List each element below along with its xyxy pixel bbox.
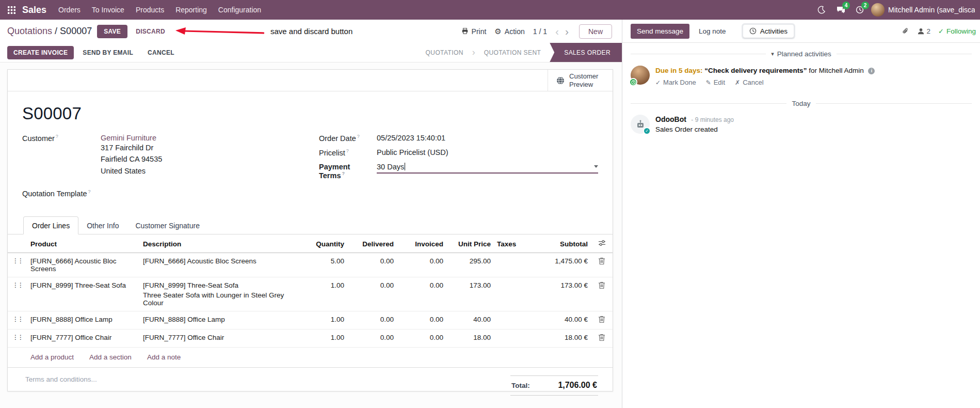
cell-taxes[interactable] <box>494 311 533 329</box>
messages-icon[interactable]: 4 <box>833 2 848 18</box>
payment-terms-input[interactable]: 30 Days <box>377 163 598 174</box>
header-delivered[interactable]: Delivered <box>347 234 397 253</box>
terms-and-conditions-input[interactable]: Terms and conditions... <box>22 375 97 383</box>
cell-unit-price[interactable]: 173.00 <box>446 277 494 311</box>
status-sales-order-active[interactable]: SALES ORDER <box>550 43 622 62</box>
cell-taxes[interactable] <box>494 253 533 277</box>
activities-tab[interactable]: Activities <box>743 25 794 38</box>
drag-handle-icon[interactable]: ⋮⋮ <box>8 329 27 348</box>
cell-product[interactable]: [FURN_6666] Acoustic Bloc Screens <box>27 253 140 277</box>
order-date-value[interactable]: 05/25/2023 15:40:01 <box>377 134 598 142</box>
discard-button[interactable]: DISCARD <box>133 25 168 38</box>
pager-next-icon[interactable]: › <box>563 26 571 37</box>
delete-line-icon[interactable] <box>591 253 613 277</box>
header-description[interactable]: Description <box>140 234 300 253</box>
drag-handle-icon[interactable]: ⋮⋮ <box>8 311 27 329</box>
menu-configuration[interactable]: Configuration <box>213 0 267 20</box>
menu-to-invoice[interactable]: To Invoice <box>86 0 130 20</box>
log-note-button[interactable]: Log note <box>694 24 731 39</box>
create-invoice-button[interactable]: CREATE INVOICE <box>7 46 74 59</box>
cell-invoiced[interactable]: 0.00 <box>397 277 446 311</box>
activities-clock-icon[interactable]: 2 <box>852 2 867 18</box>
order-line-row[interactable]: ⋮⋮ [FURN_8888] Office Lamp [FURN_8888] O… <box>8 311 613 329</box>
dark-mode-moon-icon[interactable] <box>814 2 829 18</box>
cell-quantity[interactable]: 1.00 <box>300 329 347 348</box>
cell-unit-price[interactable]: 295.00 <box>446 253 494 277</box>
header-product[interactable]: Product <box>27 234 140 253</box>
order-line-row[interactable]: ⋮⋮ [FURN_6666] Acoustic Bloc Screens [FU… <box>8 253 613 277</box>
cell-delivered[interactable]: 0.00 <box>347 329 397 348</box>
print-button[interactable]: Print <box>461 27 487 36</box>
drag-handle-icon[interactable]: ⋮⋮ <box>8 253 27 277</box>
cell-delivered[interactable]: 0.00 <box>347 253 397 277</box>
tab-other-info[interactable]: Other Info <box>78 216 127 234</box>
cell-description[interactable]: [FURN_7777] Office Chair <box>140 329 300 348</box>
pager-previous-icon[interactable]: ‹ <box>553 26 561 37</box>
edit-activity-button[interactable]: ✎ Edit <box>706 79 725 86</box>
status-quotation-sent[interactable]: QUOTATION SENT <box>475 43 550 62</box>
breadcrumb-quotations[interactable]: Quotations <box>7 26 52 36</box>
header-subtotal[interactable]: Subtotal <box>533 234 591 253</box>
cell-product[interactable]: [FURN_8888] Office Lamp <box>27 311 140 329</box>
message-author[interactable]: OdooBot <box>655 115 686 123</box>
header-invoiced[interactable]: Invoiced <box>397 234 446 253</box>
mark-done-button[interactable]: ✓ Mark Done <box>655 79 696 86</box>
header-unit-price[interactable]: Unit Price <box>446 234 494 253</box>
cell-quantity[interactable]: 1.00 <box>300 311 347 329</box>
cell-quantity[interactable]: 5.00 <box>300 253 347 277</box>
add-a-note-link[interactable]: Add a note <box>147 353 181 361</box>
tab-order-lines[interactable]: Order Lines <box>23 216 78 234</box>
user-menu[interactable]: Mitchell Admin (save_discar <box>888 6 975 14</box>
dropdown-caret-icon[interactable] <box>594 165 598 168</box>
cell-invoiced[interactable]: 0.00 <box>397 253 446 277</box>
status-quotation[interactable]: QUOTATION <box>417 43 472 62</box>
followers-button[interactable]: 2 <box>917 27 931 35</box>
tab-customer-signature[interactable]: Customer Signature <box>127 216 208 234</box>
action-button[interactable]: ⚙ Action <box>494 27 524 36</box>
add-a-product-link[interactable]: Add a product <box>30 353 74 361</box>
delete-line-icon[interactable] <box>591 311 613 329</box>
cell-unit-price[interactable]: 40.00 <box>446 311 494 329</box>
following-button[interactable]: ✓ Following <box>938 27 976 35</box>
save-button[interactable]: SAVE <box>97 25 127 38</box>
cancel-button[interactable]: CANCEL <box>142 46 180 59</box>
cell-product[interactable]: [FURN_8999] Three-Seat Sofa <box>27 277 140 311</box>
pricelist-value[interactable]: Public Pricelist (USD) <box>377 148 598 156</box>
menu-orders[interactable]: Orders <box>53 0 86 20</box>
cell-product[interactable]: [FURN_7777] Office Chair <box>27 329 140 348</box>
drag-handle-icon[interactable]: ⋮⋮ <box>8 277 27 311</box>
add-a-section-link[interactable]: Add a section <box>89 353 132 361</box>
cell-invoiced[interactable]: 0.00 <box>397 311 446 329</box>
customer-preview-button[interactable]: Customer Preview <box>548 70 613 91</box>
menu-products[interactable]: Products <box>130 0 170 20</box>
order-line-row[interactable]: ⋮⋮ [FURN_7777] Office Chair [FURN_7777] … <box>8 329 613 348</box>
info-icon[interactable]: i <box>868 68 875 74</box>
cell-taxes[interactable] <box>494 329 533 348</box>
send-message-button[interactable]: Send message <box>631 24 689 39</box>
apps-grid-icon[interactable] <box>4 3 19 17</box>
cell-description[interactable]: [FURN_8999] Three-Seat Sofa Three Seater… <box>140 277 300 311</box>
optional-columns-icon[interactable] <box>591 234 613 253</box>
delete-line-icon[interactable] <box>591 329 613 348</box>
cancel-activity-button[interactable]: ✗ Cancel <box>735 79 764 86</box>
attachment-paperclip-icon[interactable] <box>902 27 909 35</box>
planned-activities-toggle[interactable]: ▾ Planned activities <box>771 50 831 58</box>
cell-invoiced[interactable]: 0.00 <box>397 329 446 348</box>
menu-reporting[interactable]: Reporting <box>170 0 213 20</box>
cell-delivered[interactable]: 0.00 <box>347 311 397 329</box>
cell-unit-price[interactable]: 18.00 <box>446 329 494 348</box>
app-name[interactable]: Sales <box>22 5 46 15</box>
delete-line-icon[interactable] <box>591 277 613 311</box>
user-avatar[interactable] <box>871 3 885 17</box>
send-by-email-button[interactable]: SEND BY EMAIL <box>77 46 139 59</box>
cell-quantity[interactable]: 1.00 <box>300 277 347 311</box>
cell-description[interactable]: [FURN_6666] Acoustic Bloc Screens <box>140 253 300 277</box>
cell-delivered[interactable]: 0.00 <box>347 277 397 311</box>
header-taxes[interactable]: Taxes <box>494 234 533 253</box>
cell-taxes[interactable] <box>494 277 533 311</box>
new-button[interactable]: New <box>579 24 612 39</box>
cell-description[interactable]: [FURN_8888] Office Lamp <box>140 311 300 329</box>
customer-link[interactable]: Gemini Furniture <box>101 134 156 142</box>
header-quantity[interactable]: Quantity <box>300 234 347 253</box>
order-line-row[interactable]: ⋮⋮ [FURN_8999] Three-Seat Sofa [FURN_899… <box>8 277 613 311</box>
